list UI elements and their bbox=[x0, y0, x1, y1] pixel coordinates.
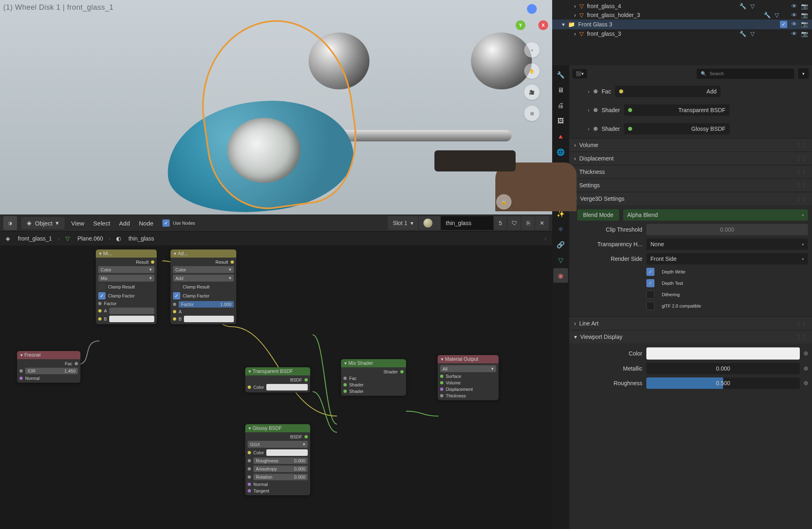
mix-mode[interactable]: Mix▾ bbox=[98, 275, 154, 282]
tab-world[interactable]: 🌐 bbox=[553, 145, 568, 159]
tab-viewlayer[interactable]: 🖼 bbox=[553, 114, 568, 128]
node-add-color[interactable]: ▾Ad... Result Color▾ Add▾ Clamp Result ✓… bbox=[171, 249, 236, 324]
camera-toggle-icon[interactable]: 📷 bbox=[801, 3, 808, 9]
depth-write-check[interactable]: ✓ bbox=[646, 268, 654, 276]
eye-icon[interactable]: 👁 bbox=[791, 21, 797, 28]
clamp-factor-check[interactable]: ✓ bbox=[98, 292, 106, 299]
panel-volume[interactable]: ›Volume⋮⋮ bbox=[569, 138, 812, 152]
tab-mesh[interactable]: ▽ bbox=[553, 253, 568, 267]
properties-search[interactable]: 🔍 Search bbox=[697, 69, 794, 79]
outliner-item[interactable]: ›▽ front_glass_holder_3 🔧▽👁📷 bbox=[552, 11, 812, 20]
input-shader-1[interactable]: › Shader Transparent BSDF bbox=[569, 101, 812, 119]
camera-toggle-icon[interactable]: 📷 bbox=[801, 21, 808, 28]
menu-node[interactable]: Node bbox=[136, 220, 156, 227]
blend-mode-dropdown[interactable]: Alpha Blend bbox=[623, 209, 808, 221]
wrench-icon[interactable]: 🔧 bbox=[739, 3, 746, 9]
node-mix-shader[interactable]: ▾Mix Shader Shader Fac Shader Shader bbox=[341, 359, 406, 396]
mesh-link-icon[interactable]: ▽ bbox=[775, 12, 779, 18]
3d-viewport[interactable]: (1) Wheel Disk 1 | front_glass_1 Y X ＋ ✋ bbox=[0, 0, 552, 215]
gltf-check[interactable] bbox=[646, 302, 654, 310]
collection-checkbox[interactable]: ✓ bbox=[780, 21, 787, 28]
tab-material[interactable]: ◉ bbox=[553, 268, 568, 283]
axis-z[interactable] bbox=[527, 4, 537, 14]
dithering-check[interactable] bbox=[646, 291, 654, 299]
bc-mesh[interactable]: Plane.060 bbox=[78, 235, 103, 242]
bc-material[interactable]: thin_glass bbox=[128, 235, 154, 242]
eye-icon[interactable]: 👁 bbox=[791, 3, 797, 9]
eye-icon[interactable]: 👁 bbox=[791, 30, 797, 37]
viewport-roughness[interactable]: 0.500 bbox=[646, 377, 800, 389]
camera-toggle-icon[interactable]: 📷 bbox=[801, 30, 808, 37]
outliner[interactable]: ›▽ front_glass_4 🔧▽👁📷 ›▽ front_glass_hol… bbox=[552, 0, 812, 65]
node-material-output[interactable]: ▾Material Output All▾ Surface Volume Dis… bbox=[438, 355, 499, 400]
unlink-material-icon[interactable]: ✕ bbox=[535, 216, 549, 230]
anim-dot[interactable] bbox=[804, 366, 808, 371]
fresnel-ior[interactable]: IOR1.450 bbox=[25, 368, 78, 374]
wrench-icon[interactable]: 🔧 bbox=[739, 30, 746, 37]
node-fresnel[interactable]: ▾Fresnel Fac IOR1.450 Normal bbox=[17, 351, 80, 383]
tab-scene[interactable]: 🔺 bbox=[553, 129, 568, 144]
render-side[interactable]: Front Side bbox=[646, 253, 808, 264]
use-nodes-checkbox[interactable]: ✓ bbox=[162, 219, 170, 227]
cube-icon: ◈ bbox=[27, 219, 32, 227]
zoom-icon[interactable]: ＋ bbox=[524, 42, 540, 58]
panel-lineart[interactable]: ›Line Art⋮⋮ bbox=[569, 317, 812, 330]
axis-x[interactable]: X bbox=[538, 20, 548, 30]
depth-test-check[interactable]: ✓ bbox=[646, 279, 654, 287]
editor-type-icon[interactable]: ◑ bbox=[3, 216, 17, 230]
outliner-item[interactable]: ›▽ front_glass_3 🔧▽👁📷 bbox=[552, 29, 812, 38]
material-users[interactable]: 5 bbox=[494, 216, 508, 230]
mode-selector[interactable]: ◈ Object ▾ bbox=[21, 217, 65, 229]
viewport-color[interactable] bbox=[646, 347, 800, 360]
anim-dot[interactable] bbox=[804, 381, 808, 385]
axis-y[interactable]: Y bbox=[516, 20, 525, 30]
input-fac[interactable]: › Fac Add bbox=[569, 82, 812, 101]
pan-icon[interactable]: ✋ bbox=[524, 63, 540, 79]
node-glossy-bsdf[interactable]: ▾Glossy BSDF BSDF GGX▾ Color Roughness0.… bbox=[245, 424, 310, 495]
panel-verge3d[interactable]: ▾Verge3D Settings⋮⋮ bbox=[569, 192, 812, 205]
options-menu[interactable]: ▾ bbox=[798, 68, 809, 79]
transparency-hack[interactable]: None bbox=[646, 238, 808, 250]
anim-dot[interactable] bbox=[804, 351, 808, 356]
panel-viewport-display[interactable]: ▾Viewport Display⋮⋮ bbox=[569, 330, 812, 343]
mix-blendtype[interactable]: Color▾ bbox=[98, 266, 154, 273]
new-material-icon[interactable]: ⎘ bbox=[521, 216, 535, 230]
camera-toggle-icon[interactable]: 📷 bbox=[801, 12, 808, 18]
bc-object[interactable]: front_glass_1 bbox=[18, 235, 52, 242]
camera-view-icon[interactable]: 🎥 bbox=[524, 85, 540, 100]
node-transparent-bsdf[interactable]: ▾Transparent BSDF BSDF Color bbox=[245, 367, 310, 392]
tab-tool[interactable]: 🔧 bbox=[553, 67, 568, 82]
outliner-item-active[interactable]: ▾📁 Front Glass 3 ✓👁📷 bbox=[552, 20, 812, 29]
grid-icon[interactable]: ⊞ bbox=[524, 106, 540, 121]
lock-icon[interactable]: 🔒 bbox=[496, 194, 512, 210]
eye-icon[interactable]: 👁 bbox=[791, 12, 797, 18]
wrench-icon[interactable]: 🔧 bbox=[764, 12, 771, 18]
tab-output[interactable]: 🖨 bbox=[553, 98, 568, 113]
axis-gizmo[interactable]: Y X bbox=[516, 4, 548, 37]
menu-select[interactable]: Select bbox=[91, 220, 113, 227]
menu-add[interactable]: Add bbox=[117, 220, 132, 227]
clamp-result-check[interactable] bbox=[98, 283, 106, 291]
display-mode[interactable]: ⬛▾ bbox=[572, 69, 587, 78]
material-selector[interactable] bbox=[419, 216, 441, 230]
tab-render[interactable]: 🖥 bbox=[553, 83, 568, 98]
node-mix-color[interactable]: ▾Mi... Result Color▾ Mix▾ Clamp Result ✓… bbox=[96, 249, 157, 324]
fake-user-icon[interactable]: 🛡 bbox=[508, 216, 521, 230]
tab-physics[interactable]: ⚛ bbox=[553, 222, 568, 236]
add-factor[interactable]: Factor1.000 bbox=[179, 301, 234, 308]
mesh-link-icon[interactable]: ▽ bbox=[750, 30, 755, 37]
node-canvas[interactable]: ▾Fresnel Fac IOR1.450 Normal ▾Mi... Resu… bbox=[0, 245, 552, 529]
material-name-field[interactable]: thin_glass bbox=[441, 216, 494, 230]
panel-settings[interactable]: ›Settings⋮⋮ bbox=[569, 178, 812, 192]
tab-constraint[interactable]: 🔗 bbox=[553, 237, 568, 252]
outliner-item[interactable]: ›▽ front_glass_4 🔧▽👁📷 bbox=[552, 2, 812, 11]
menu-view[interactable]: View bbox=[69, 220, 86, 227]
panel-displacement[interactable]: ›Displacement⋮⋮ bbox=[569, 152, 812, 165]
object-icon: ◈ bbox=[6, 235, 12, 242]
mesh-link-icon[interactable]: ▽ bbox=[750, 3, 755, 9]
expand-icon[interactable]: ‹ bbox=[544, 235, 546, 242]
viewport-metallic[interactable]: 0.000 bbox=[646, 363, 800, 374]
input-shader-2[interactable]: › Shader Glossy BSDF bbox=[569, 119, 812, 138]
panel-thickness[interactable]: ›Thickness⋮⋮ bbox=[569, 165, 812, 178]
slot-selector[interactable]: Slot 1 ▾ bbox=[388, 216, 419, 230]
